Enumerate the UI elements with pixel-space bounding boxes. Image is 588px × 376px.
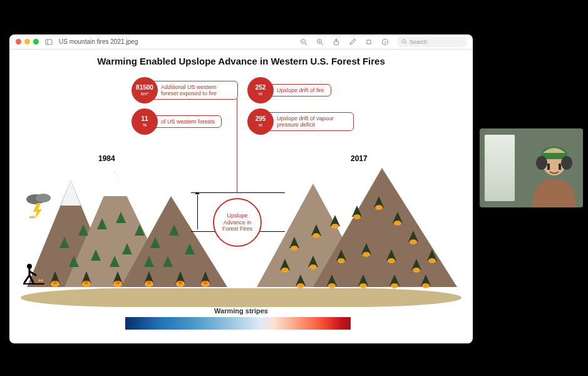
search-placeholder: Search	[410, 39, 428, 45]
svg-point-93	[388, 258, 395, 263]
webcam-background-window	[485, 135, 515, 201]
stat-circle-fire-drift: 252m	[247, 77, 274, 103]
warming-stripes-label: Warming stripes	[9, 307, 473, 315]
svg-point-88	[428, 258, 436, 263]
svg-point-54	[53, 281, 57, 285]
image-canvas: Warming Enabled Upslope Advance in Weste…	[9, 50, 473, 343]
window-titlebar: US mountain fires 2021.jpeg Search	[9, 34, 473, 50]
window-traffic-lights[interactable]	[16, 39, 39, 44]
stat-circle-vpd-drift: 295m	[247, 108, 274, 135]
svg-point-91	[338, 258, 345, 263]
mountains-1984	[27, 162, 227, 300]
svg-point-84	[353, 214, 361, 219]
stat-text-area: Additional US western foreset exposed to…	[150, 81, 238, 100]
svg-point-59	[204, 281, 207, 285]
preview-app-window: US mountain fires 2021.jpeg Search Warmi…	[9, 34, 473, 343]
svg-line-9	[305, 43, 307, 45]
info-icon[interactable]	[381, 38, 389, 46]
search-icon	[401, 39, 407, 44]
camper-icon	[21, 261, 46, 286]
center-callout: Upslope Advance in Forest Fires	[213, 198, 262, 247]
svg-point-92	[363, 252, 370, 257]
svg-line-22	[405, 43, 406, 44]
stat-circle-percent: 11%	[132, 108, 158, 135]
rotate-icon[interactable]	[365, 38, 373, 46]
stat-circle-area: 81500km²	[132, 77, 158, 103]
svg-point-99	[422, 283, 430, 288]
storm-lightning-icon	[23, 191, 54, 222]
svg-rect-17	[367, 40, 371, 44]
svg-marker-24	[61, 180, 81, 206]
svg-point-87	[410, 239, 417, 244]
upper-level-line	[191, 192, 285, 193]
svg-point-85	[375, 205, 383, 210]
presenter-figure	[520, 135, 579, 207]
svg-point-57	[147, 281, 151, 285]
stats-vertical-divider	[237, 98, 237, 192]
search-input[interactable]: Search	[398, 37, 467, 47]
svg-point-86	[394, 221, 401, 226]
presenter-webcam	[480, 128, 583, 207]
svg-point-81	[291, 246, 298, 251]
svg-rect-4	[547, 164, 550, 170]
zoom-out-icon[interactable]	[300, 38, 307, 46]
svg-point-58	[178, 281, 182, 285]
stat-vpd-drift: 295m Upslope drift of vapour pressure de…	[247, 108, 354, 135]
minimize-window-button[interactable]	[24, 39, 30, 44]
slide-title: Warming Enabled Upslope Advance in Weste…	[9, 56, 473, 66]
svg-point-97	[359, 283, 367, 288]
svg-point-98	[391, 283, 398, 288]
svg-point-56	[116, 281, 120, 285]
svg-point-82	[312, 233, 320, 238]
upslope-arrow-icon	[197, 195, 198, 229]
stat-fire-drift: 252m Upslope drift of fire	[247, 77, 331, 103]
stat-percent-forests: 11% of US western forests	[132, 108, 222, 135]
warming-stripes	[125, 317, 351, 330]
svg-rect-6	[46, 39, 52, 44]
svg-marker-26	[102, 171, 127, 196]
svg-point-19	[385, 40, 386, 41]
close-window-button[interactable]	[16, 39, 21, 44]
svg-point-3	[561, 156, 572, 170]
maximize-window-button[interactable]	[33, 39, 39, 44]
stat-area-exposed: 81500km² Additional US western foreset e…	[132, 77, 238, 103]
svg-point-95	[297, 283, 304, 288]
share-icon[interactable]	[333, 38, 340, 46]
svg-line-12	[321, 43, 323, 45]
svg-point-89	[281, 268, 289, 273]
zoom-in-icon[interactable]	[316, 38, 324, 46]
svg-point-90	[309, 264, 317, 269]
svg-point-101	[36, 194, 51, 202]
svg-point-55	[85, 281, 88, 285]
stat-text-vpd-drift: Upslope drift of vapour pressure deficit	[266, 112, 354, 132]
mountains-2017	[257, 162, 457, 300]
document-filename: US mountain fires 2021.jpeg	[59, 38, 138, 45]
stat-text-percent: of US western forests	[150, 115, 222, 128]
sidebar-toggle-icon[interactable]	[45, 38, 53, 46]
svg-point-94	[413, 268, 420, 273]
svg-point-83	[331, 224, 339, 229]
stat-text-fire-drift: Upslope drift of fire	[266, 84, 331, 97]
svg-marker-102	[33, 203, 42, 219]
svg-point-2	[536, 156, 547, 170]
svg-rect-5	[559, 164, 561, 170]
markup-icon[interactable]	[349, 38, 356, 46]
svg-point-96	[328, 283, 336, 288]
svg-point-21	[402, 39, 405, 43]
